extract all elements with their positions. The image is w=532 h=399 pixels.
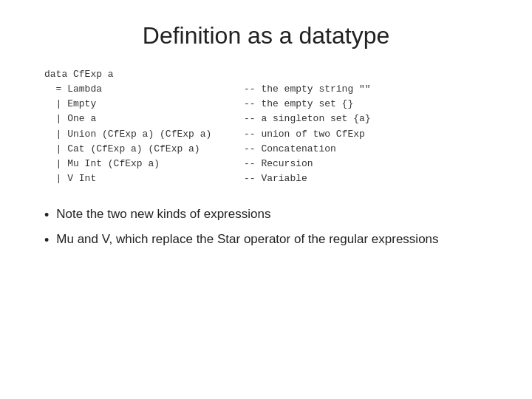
bullet-dot-0: • <box>44 206 49 225</box>
code-left-3: | One a <box>44 112 244 126</box>
bullet-dot-1: • <box>44 231 49 250</box>
code-comment-1: -- the empty string "" <box>244 82 371 97</box>
code-comment-6: -- Recursion <box>244 157 313 171</box>
code-comment-3: -- a singleton set {a} <box>244 112 371 126</box>
code-comment-7: -- Variable <box>244 171 307 186</box>
code-line-3: | One a-- a singleton set {a} <box>44 112 495 126</box>
code-line-2: | Empty-- the empty set {} <box>44 97 495 112</box>
code-comment-4: -- union of two CfExp <box>244 127 365 142</box>
code-left-1: = Lambda <box>44 82 244 97</box>
code-left-0: data CfExp a <box>44 67 244 82</box>
code-line-0: data CfExp a <box>44 67 495 82</box>
code-block: data CfExp a = Lambda-- the empty string… <box>37 67 495 186</box>
code-left-5: | Cat (CfExp a) (CfExp a) <box>44 142 244 157</box>
slide-title: Definition as a datatype <box>37 22 495 50</box>
bullet-text-0: Note the two new kinds of expressions <box>56 205 270 223</box>
code-line-5: | Cat (CfExp a) (CfExp a)-- Concatenatio… <box>44 142 495 157</box>
code-left-4: | Union (CfExp a) (CfExp a) <box>44 127 244 142</box>
code-comment-5: -- Concatenation <box>244 142 336 157</box>
code-comment-2: -- the empty set {} <box>244 97 353 112</box>
bullet-item-0: •Note the two new kinds of expressions <box>44 205 495 225</box>
code-left-6: | Mu Int (CfExp a) <box>44 157 244 171</box>
code-left-7: | V Int <box>44 171 244 186</box>
code-line-6: | Mu Int (CfExp a)-- Recursion <box>44 157 495 171</box>
bullet-section: •Note the two new kinds of expressions•M… <box>37 205 495 256</box>
bullet-text-1: Mu and V, which replace the Star operato… <box>56 231 438 248</box>
bullet-item-1: •Mu and V, which replace the Star operat… <box>44 231 495 250</box>
code-line-4: | Union (CfExp a) (CfExp a)-- union of t… <box>44 127 495 142</box>
code-line-1: = Lambda-- the empty string "" <box>44 82 495 97</box>
slide: Definition as a datatype data CfExp a = … <box>0 0 532 399</box>
code-line-7: | V Int-- Variable <box>44 171 495 186</box>
code-left-2: | Empty <box>44 97 244 112</box>
